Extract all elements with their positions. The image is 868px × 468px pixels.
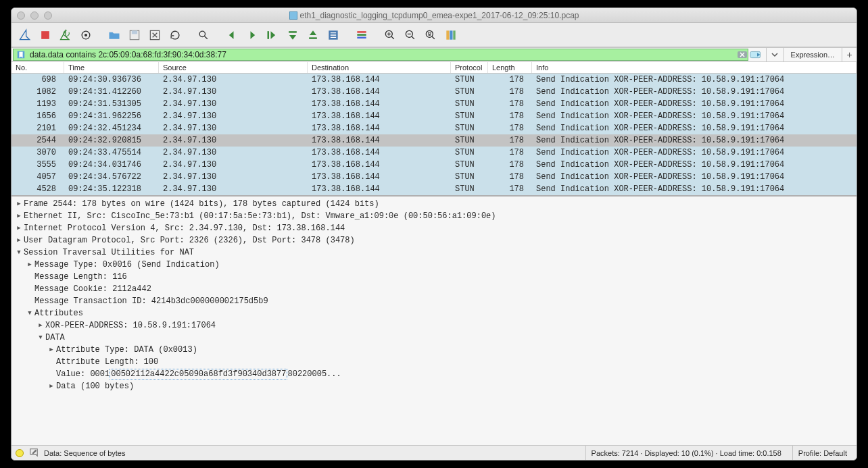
svg-rect-0	[41, 31, 49, 39]
svg-rect-12	[357, 34, 366, 36]
display-filter-input[interactable]	[28, 49, 737, 60]
expand-icon[interactable]	[14, 234, 24, 246]
data-bytes-line[interactable]: Data (100 bytes)	[56, 380, 134, 392]
svg-point-2	[85, 33, 87, 36]
app-window: eth1_diagnostic_logging_tcpdump0_emea-ex…	[11, 7, 857, 461]
stop-capture-button[interactable]	[36, 26, 55, 45]
msg-cookie-line[interactable]: Message Cookie: 2112a442	[34, 283, 151, 295]
udp-line[interactable]: User Datagram Protocol, Src Port: 2326 (…	[24, 234, 355, 246]
collapse-icon[interactable]	[14, 246, 24, 259]
reload-button[interactable]	[166, 26, 185, 45]
expand-icon[interactable]	[14, 198, 24, 210]
expand-icon[interactable]	[14, 210, 24, 222]
colorize-button[interactable]	[352, 26, 371, 45]
close-file-button[interactable]	[145, 26, 164, 45]
packet-row[interactable]: 355509:24:34.0317462.34.97.130173.38.168…	[11, 159, 857, 171]
status-bar: Data: Sequence of bytes Packets: 7214 · …	[11, 445, 857, 460]
svg-rect-19	[450, 30, 452, 39]
display-filter-bar: Expression… +	[11, 47, 857, 62]
ethernet-line[interactable]: Ethernet II, Src: CiscoInc_5e:73:b1 (00:…	[24, 210, 496, 222]
bookmark-filter-icon[interactable]	[16, 50, 26, 59]
stun-line[interactable]: Session Traversal Utilities for NAT	[24, 246, 194, 259]
svg-rect-4	[132, 30, 137, 34]
zoom-in-button[interactable]	[381, 26, 400, 45]
attr-length-line[interactable]: Attribute Length: 100	[56, 356, 158, 368]
svg-rect-18	[446, 30, 449, 39]
clear-filter-button[interactable]	[737, 49, 748, 60]
main-toolbar	[11, 23, 857, 47]
col-time[interactable]: Time	[64, 62, 159, 73]
packet-rows: 69809:24:30.9367362.34.97.130173.38.168.…	[11, 74, 857, 195]
go-forward-button[interactable]	[243, 26, 262, 45]
packet-row[interactable]: 210109:24:32.4512342.34.97.130173.38.168…	[11, 122, 857, 134]
data-line[interactable]: DATA	[45, 332, 65, 344]
find-packet-button[interactable]	[194, 26, 213, 45]
status-profile[interactable]: Profile: Default	[792, 446, 852, 461]
svg-point-6	[199, 31, 205, 36]
apply-filter-button[interactable]	[748, 48, 766, 61]
msg-length-line[interactable]: Message Length: 116	[34, 271, 127, 283]
restart-capture-button[interactable]	[56, 26, 75, 45]
go-first-button[interactable]	[283, 26, 302, 45]
packet-row[interactable]: 108209:24:31.4122602.34.97.130173.38.168…	[11, 86, 857, 98]
packet-row[interactable]: 165609:24:31.9622562.34.97.130173.38.168…	[11, 110, 857, 122]
attr-value-line[interactable]: Value: 000100502112a4422c05090a68fd3f903…	[56, 368, 341, 380]
capture-comment-icon[interactable]	[29, 448, 39, 459]
resize-columns-button[interactable]	[441, 26, 460, 45]
col-protocol[interactable]: Protocol	[451, 62, 488, 73]
expand-icon[interactable]	[36, 319, 45, 332]
collapse-icon[interactable]	[25, 307, 34, 319]
expand-icon[interactable]	[14, 222, 24, 234]
svg-rect-8	[289, 31, 297, 33]
svg-rect-13	[357, 36, 366, 38]
go-back-button[interactable]	[222, 26, 241, 45]
svg-rect-7	[268, 31, 270, 39]
svg-rect-20	[453, 30, 455, 39]
col-no[interactable]: No.	[11, 62, 64, 73]
svg-rect-9	[309, 37, 317, 39]
packet-row[interactable]: 69809:24:30.9367362.34.97.130173.38.168.…	[11, 74, 857, 86]
expand-icon[interactable]	[47, 344, 56, 356]
expert-info-led-icon[interactable]	[16, 449, 24, 457]
col-length[interactable]: Length	[488, 62, 532, 73]
xor-peer-line[interactable]: XOR-PEER-ADDRESS: 10.58.9.191:17064	[45, 319, 216, 332]
col-source[interactable]: Source	[159, 62, 308, 73]
packet-row[interactable]: 119309:24:31.5313052.34.97.130173.38.168…	[11, 98, 857, 110]
attributes-line[interactable]: Attributes	[34, 307, 83, 319]
msg-type-line[interactable]: Message Type: 0x0016 (Send Indication)	[34, 259, 220, 271]
status-packets: Packets: 7214 · Displayed: 10 (0.1%) · L…	[585, 446, 787, 461]
open-file-button[interactable]	[105, 26, 124, 45]
collapse-icon[interactable]	[36, 332, 45, 344]
expand-icon[interactable]	[25, 259, 34, 271]
packet-details-pane[interactable]: Frame 2544: 178 bytes on wire (1424 bits…	[11, 195, 857, 445]
display-filter-input-wrap	[13, 49, 748, 61]
save-file-button[interactable]	[125, 26, 144, 45]
go-to-packet-button[interactable]	[263, 26, 282, 45]
go-last-button[interactable]	[304, 26, 322, 45]
shark-fin-icon[interactable]	[16, 26, 34, 45]
packet-row[interactable]: 405709:24:34.5767222.34.97.130173.38.168…	[11, 171, 857, 183]
col-destination[interactable]: Destination	[308, 62, 451, 73]
capture-options-button[interactable]	[76, 26, 95, 45]
add-filter-button[interactable]: +	[842, 48, 857, 61]
pcap-file-icon	[289, 11, 297, 20]
frame-line[interactable]: Frame 2544: 178 bytes on wire (1424 bits…	[24, 198, 379, 210]
zoom-out-button[interactable]	[401, 26, 420, 45]
attr-type-line[interactable]: Attribute Type: DATA (0x0013)	[56, 344, 197, 356]
ip-line[interactable]: Internet Protocol Version 4, Src: 2.34.9…	[24, 222, 345, 234]
packet-list-pane: No. Time Source Destination Protocol Len…	[11, 62, 857, 195]
auto-scroll-button[interactable]	[324, 26, 343, 45]
svg-rect-11	[357, 31, 366, 33]
packet-row[interactable]: 452809:24:35.1223182.34.97.130173.38.168…	[11, 183, 857, 195]
title-bar: eth1_diagnostic_logging_tcpdump0_emea-ex…	[11, 8, 857, 23]
packet-row[interactable]: 307009:24:33.4755142.34.97.130173.38.168…	[11, 147, 857, 159]
col-info[interactable]: Info	[532, 62, 857, 73]
filter-history-dropdown[interactable]	[766, 48, 783, 61]
expand-icon[interactable]	[47, 380, 56, 392]
packet-row[interactable]: 254409:24:32.9208152.34.97.130173.38.168…	[11, 134, 857, 147]
msg-txn-line[interactable]: Message Transaction ID: 4214b3dc00000000…	[34, 295, 268, 307]
expression-button[interactable]: Expression…	[783, 48, 842, 61]
zoom-reset-button[interactable]	[421, 26, 440, 45]
highlighted-bytes: 00502112a4422c05090a68fd3f90340d3877	[110, 369, 287, 380]
window-title: eth1_diagnostic_logging_tcpdump0_emea-ex…	[11, 11, 857, 20]
